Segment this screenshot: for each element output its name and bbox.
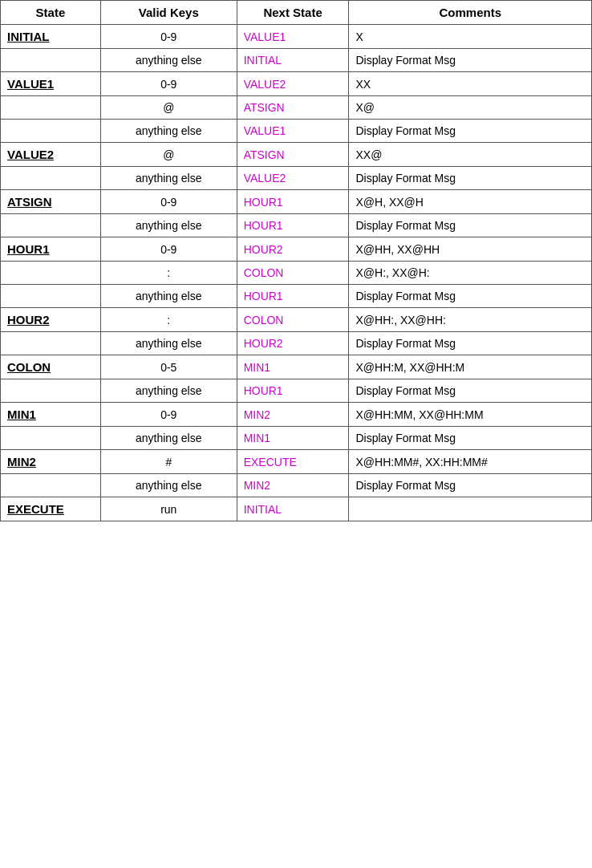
state-cell: MIN1: [1, 403, 101, 427]
table-row: MIN2#EXECUTEX@HH:MM#, XX:HH:MM#: [1, 450, 592, 474]
table-row: anything elseHOUR2Display Format Msg: [1, 332, 592, 355]
comments-cell: Display Format Msg: [349, 332, 592, 355]
table-row: VALUE2@ATSIGNXX@: [1, 143, 592, 167]
valid-keys-cell: anything else: [100, 427, 237, 450]
valid-keys-cell: anything else: [100, 214, 237, 237]
comments-cell: X@HH:, XX@HH:: [349, 308, 592, 332]
state-cell: EXECUTE: [1, 497, 101, 521]
state-cell: [1, 214, 101, 237]
valid-keys-cell: 0-9: [100, 72, 237, 96]
state-cell: [1, 379, 101, 403]
state-cell: [1, 120, 101, 143]
header-next-state: Next State: [237, 1, 349, 25]
next-state-cell: VALUE2: [237, 167, 349, 190]
valid-keys-cell: @: [100, 96, 237, 120]
next-state-cell: HOUR1: [237, 214, 349, 237]
state-cell: COLON: [1, 355, 101, 379]
state-cell: [1, 474, 101, 497]
comments-cell: X@HH:M, XX@HH:M: [349, 355, 592, 379]
valid-keys-cell: @: [100, 143, 237, 167]
comments-cell: X@HH:MM, XX@HH:MM: [349, 403, 592, 427]
comments-cell: Display Format Msg: [349, 49, 592, 72]
next-state-cell: HOUR1: [237, 190, 349, 214]
next-state-cell: HOUR2: [237, 332, 349, 355]
next-state-cell: MIN1: [237, 427, 349, 450]
table-row: anything elseINITIALDisplay Format Msg: [1, 49, 592, 72]
valid-keys-cell: anything else: [100, 120, 237, 143]
state-cell: ATSIGN: [1, 190, 101, 214]
comments-cell: XX: [349, 72, 592, 96]
table-row: @ATSIGNX@: [1, 96, 592, 120]
table-row: VALUE10-9VALUE2XX: [1, 72, 592, 96]
next-state-cell: HOUR1: [237, 285, 349, 308]
next-state-cell: MIN2: [237, 403, 349, 427]
next-state-cell: VALUE1: [237, 120, 349, 143]
valid-keys-cell: anything else: [100, 332, 237, 355]
state-cell: [1, 262, 101, 285]
state-cell: MIN2: [1, 450, 101, 474]
state-cell: [1, 332, 101, 355]
state-cell: [1, 96, 101, 120]
table-row: ATSIGN0-9HOUR1X@H, XX@H: [1, 190, 592, 214]
state-cell: HOUR2: [1, 308, 101, 332]
state-cell: INITIAL: [1, 25, 101, 49]
comments-cell: [349, 497, 592, 521]
table-row: HOUR10-9HOUR2X@HH, XX@HH: [1, 237, 592, 262]
valid-keys-cell: 0-9: [100, 403, 237, 427]
comments-cell: X@H, XX@H: [349, 190, 592, 214]
next-state-cell: ATSIGN: [237, 143, 349, 167]
table-row: anything elseHOUR1Display Format Msg: [1, 285, 592, 308]
table-row: COLON0-5MIN1X@HH:M, XX@HH:M: [1, 355, 592, 379]
comments-cell: X@HH:MM#, XX:HH:MM#: [349, 450, 592, 474]
table-row: EXECUTErunINITIAL: [1, 497, 592, 521]
comments-cell: X@: [349, 96, 592, 120]
state-cell: [1, 49, 101, 72]
valid-keys-cell: 0-9: [100, 190, 237, 214]
comments-cell: XX@: [349, 143, 592, 167]
comments-cell: Display Format Msg: [349, 427, 592, 450]
state-cell: VALUE2: [1, 143, 101, 167]
table-row: anything elseVALUE2Display Format Msg: [1, 167, 592, 190]
next-state-cell: HOUR2: [237, 237, 349, 262]
valid-keys-cell: run: [100, 497, 237, 521]
valid-keys-cell: 0-5: [100, 355, 237, 379]
table-row: anything elseHOUR1Display Format Msg: [1, 379, 592, 403]
state-cell: [1, 167, 101, 190]
next-state-cell: COLON: [237, 262, 349, 285]
valid-keys-cell: #: [100, 450, 237, 474]
next-state-cell: INITIAL: [237, 49, 349, 72]
valid-keys-cell: anything else: [100, 474, 237, 497]
comments-cell: Display Format Msg: [349, 120, 592, 143]
header-state: State: [1, 1, 101, 25]
valid-keys-cell: anything else: [100, 285, 237, 308]
state-cell: HOUR1: [1, 237, 101, 262]
valid-keys-cell: anything else: [100, 379, 237, 403]
next-state-cell: EXECUTE: [237, 450, 349, 474]
table-row: :COLONX@H:, XX@H:: [1, 262, 592, 285]
table-row: HOUR2:COLONX@HH:, XX@HH:: [1, 308, 592, 332]
next-state-cell: VALUE1: [237, 25, 349, 49]
table-row: anything elseVALUE1Display Format Msg: [1, 120, 592, 143]
state-cell: [1, 427, 101, 450]
next-state-cell: MIN1: [237, 355, 349, 379]
valid-keys-cell: :: [100, 262, 237, 285]
state-machine-table: State Valid Keys Next State Comments INI…: [0, 0, 592, 521]
comments-cell: X@H:, XX@H:: [349, 262, 592, 285]
comments-cell: Display Format Msg: [349, 379, 592, 403]
table-row: anything elseMIN1Display Format Msg: [1, 427, 592, 450]
next-state-cell: INITIAL: [237, 497, 349, 521]
table-row: MIN10-9MIN2X@HH:MM, XX@HH:MM: [1, 403, 592, 427]
next-state-cell: VALUE2: [237, 72, 349, 96]
valid-keys-cell: 0-9: [100, 237, 237, 262]
next-state-cell: COLON: [237, 308, 349, 332]
next-state-cell: MIN2: [237, 474, 349, 497]
comments-cell: X@HH, XX@HH: [349, 237, 592, 262]
comments-cell: Display Format Msg: [349, 167, 592, 190]
table-row: INITIAL0-9VALUE1X: [1, 25, 592, 49]
table-row: anything elseHOUR1Display Format Msg: [1, 214, 592, 237]
header-comments: Comments: [349, 1, 592, 25]
state-cell: VALUE1: [1, 72, 101, 96]
valid-keys-cell: :: [100, 308, 237, 332]
comments-cell: Display Format Msg: [349, 285, 592, 308]
comments-cell: Display Format Msg: [349, 474, 592, 497]
